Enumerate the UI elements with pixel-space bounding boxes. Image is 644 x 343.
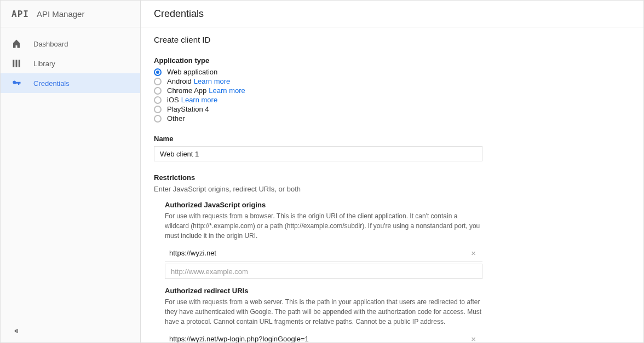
library-icon	[12, 59, 33, 68]
js-origins-label: Authorized JavaScript origins	[165, 201, 482, 209]
redirect-uris-section: Authorized redirect URIs For use with re…	[165, 287, 482, 342]
radio-icon	[154, 87, 162, 95]
chevron-left-icon	[12, 327, 20, 335]
name-label: Name	[154, 135, 630, 143]
restrictions-label: Restrictions	[154, 173, 630, 182]
dashboard-icon	[12, 39, 33, 49]
redirect-uris-help: For use with requests from a web server.…	[165, 297, 482, 327]
logo: API	[12, 9, 29, 19]
learn-more-link[interactable]: Learn more	[209, 86, 245, 95]
app: API API Manager Dashboard Library Cred	[0, 0, 644, 343]
key-icon	[12, 78, 33, 88]
name-input[interactable]	[154, 146, 482, 161]
remove-origin-button[interactable]: ×	[469, 248, 478, 258]
radio-other[interactable]: Other	[154, 114, 630, 123]
redirect-uri-entry: https://wyzi.net/wp-login.php?loginGoogl…	[165, 331, 482, 342]
radio-ios[interactable]: iOS Learn more	[154, 96, 630, 104]
radio-label: Web application	[167, 68, 217, 76]
js-origins-section: Authorized JavaScript origins For use wi…	[165, 201, 482, 279]
radio-icon	[154, 115, 162, 123]
learn-more-link[interactable]: Learn more	[181, 96, 217, 104]
radio-web-application[interactable]: Web application	[154, 68, 630, 76]
sidebar-item-label: Dashboard	[33, 40, 68, 48]
sidebar-item-library[interactable]: Library	[1, 54, 140, 73]
redirect-uris-label: Authorized redirect URIs	[165, 287, 482, 295]
svg-rect-0	[18, 329, 18, 333]
redirect-uri-value: https://wyzi.net/wp-login.php?loginGoogl…	[169, 335, 309, 342]
js-origin-entry: https://wyzi.net ×	[165, 245, 482, 261]
sidebar-collapse[interactable]	[1, 321, 140, 342]
learn-more-link[interactable]: Learn more	[194, 77, 230, 85]
app-type-label: Application type	[154, 56, 630, 65]
radio-label: Android	[167, 77, 192, 85]
sidebar-item-label: Library	[33, 60, 55, 68]
js-origins-help: For use with requests from a browser. Th…	[165, 211, 482, 241]
radio-android[interactable]: Android Learn more	[154, 77, 630, 85]
radio-label: PlayStation 4	[167, 105, 209, 113]
restrictions-desc: Enter JavaScript origins, redirect URIs,…	[154, 185, 630, 193]
page-title: Credentials	[154, 8, 204, 20]
sidebar-item-credentials[interactable]: Credentials	[1, 73, 140, 93]
js-origin-value: https://wyzi.net	[169, 249, 216, 257]
content: Create client ID Application type Web ap…	[141, 27, 643, 342]
page-subtitle: Create client ID	[154, 35, 630, 44]
sidebar-item-label: Credentials	[33, 79, 70, 88]
radio-label: Other	[167, 114, 185, 123]
sidebar: API API Manager Dashboard Library Cred	[1, 1, 141, 342]
radio-icon	[154, 106, 162, 113]
sidebar-header: API API Manager	[1, 1, 140, 27]
radio-icon	[154, 68, 162, 76]
js-origin-input[interactable]	[165, 264, 482, 279]
radio-label: Chrome App	[167, 86, 206, 95]
app-title: API Manager	[37, 9, 85, 19]
radio-label: iOS	[167, 96, 179, 104]
sidebar-item-dashboard[interactable]: Dashboard	[1, 34, 140, 54]
nav: Dashboard Library Credentials	[1, 27, 140, 93]
remove-redirect-button[interactable]: ×	[469, 334, 478, 342]
radio-chrome-app[interactable]: Chrome App Learn more	[154, 86, 630, 95]
main: Credentials Create client ID Application…	[141, 1, 643, 342]
radio-playstation4[interactable]: PlayStation 4	[154, 105, 630, 113]
radio-icon	[154, 96, 162, 104]
radio-icon	[154, 78, 162, 85]
topbar: Credentials	[141, 1, 643, 27]
